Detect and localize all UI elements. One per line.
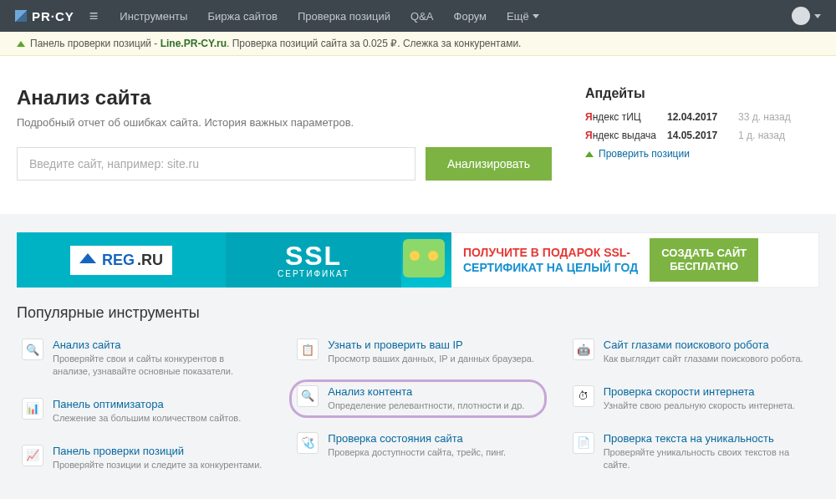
updates-panel: Апдейты Яндекс тИЦ12.04.201733 д. назадЯ… [585,86,819,181]
tool-item[interactable]: 🤖Сайт глазами поискового роботаКак выгля… [568,335,819,369]
tool-desc: Слежение за большим количеством сайтов. [53,412,263,425]
alert-link[interactable]: Line.PR-CY.ru [161,38,227,49]
tool-icon: 📊 [22,398,43,420]
tool-desc: Как выглядит сайт глазами поискового роб… [604,353,814,365]
tool-title: Панель оптимизатора [53,398,263,410]
tool-icon: 📈 [22,445,43,466]
site-input[interactable] [17,147,415,181]
tool-item[interactable]: 📄Проверка текста на уникальностьПроверяй… [568,429,819,475]
triangle-up-icon [585,151,594,157]
tool-grid: 🔍Анализ сайтаПроверяйте свои и сайты кон… [0,335,836,474]
tool-item[interactable]: 📋Узнать и проверить ваш IPПросмотр ваших… [292,335,543,369]
ad-banner[interactable]: REG.RU SSL СЕРТИФИКАТ ПОЛУЧИТЕ В ПОДАРОК… [17,232,819,288]
tool-title: Анализ сайта [53,339,263,351]
tool-icon: 🩺 [297,432,319,454]
user-menu[interactable] [792,7,821,25]
tool-title: Проверка текста на уникальность [604,432,814,445]
tool-desc: Определение релевантности, плотности и д… [328,400,538,412]
tool-desc: Проверка доступности сайта, трейс, пинг. [328,446,538,459]
alert-text: Панель проверки позиций - Line.PR-CY.ru.… [30,38,521,49]
check-positions-link[interactable]: Проверить позиции [585,148,819,160]
hero: Анализ сайта Подробный отчет об ошибках … [17,86,552,181]
tool-icon: 🔍 [297,385,319,407]
avatar-icon [792,7,810,25]
banner-cta[interactable]: СОЗДАТЬ САЙТ БЕСПЛАТНО [650,238,758,283]
tool-item[interactable]: 🔍Анализ контентаОпределение релевантност… [292,382,543,415]
tool-title: Сайт глазами поискового робота [604,339,814,351]
update-row: Яндекс тИЦ12.04.201733 д. назад [585,111,819,123]
tool-desc: Узнайте свою реальную скорость интернета… [604,400,814,412]
tool-desc: Проверяйте свои и сайты конкурентов в ан… [53,353,263,378]
updates-title: Апдейты [585,86,819,101]
tool-item[interactable]: 🔍Анализ сайтаПроверяйте свои и сайты кон… [17,335,268,381]
navbar: PR·CY ≡ ИнструментыБиржа сайтовПроверка … [0,0,836,32]
analyze-button[interactable]: Анализировать [426,147,552,181]
tool-title: Проверка состояния сайта [328,432,538,445]
house-icon [79,253,96,263]
alert-bar: Панель проверки позиций - Line.PR-CY.ru.… [0,32,836,56]
tool-icon: 🤖 [573,339,594,360]
tool-title: Анализ контента [328,385,538,398]
tool-icon: 📋 [297,339,319,360]
triangle-up-icon [17,41,25,47]
tool-item[interactable]: ⏱Проверка скорости интернетаУзнайте свою… [568,382,819,415]
chevron-down-icon [533,14,539,18]
tool-title: Панель проверки позиций [53,445,263,457]
nav-item[interactable]: Q&A [410,10,433,23]
robot-icon [403,239,445,277]
nav-item[interactable]: Биржа сайтов [207,10,278,23]
tool-desc: Проверяйте уникальность своих текстов на… [604,446,814,471]
tool-icon: ⏱ [573,385,594,407]
nav-item[interactable]: Проверка позиций [298,10,390,23]
logo-icon [15,10,27,22]
nav-item[interactable]: Форум [454,10,487,23]
nav-item[interactable]: Инструменты [120,10,187,23]
popular-tools-title: Популярные инструменты [17,304,819,322]
hamburger-icon[interactable]: ≡ [89,8,99,25]
tool-item[interactable]: 🩺Проверка состояния сайтаПроверка доступ… [292,429,543,462]
banner-robot [401,232,451,288]
nav-more[interactable]: Ещё [507,10,539,23]
tool-icon: 🔍 [22,339,43,360]
page-title: Анализ сайта [17,86,552,109]
tool-title: Проверка скорости интернета [604,385,814,398]
brand-text: PR·CY [32,9,74,23]
banner-reg: REG.RU [17,232,226,288]
tool-title: Узнать и проверить ваш IP [328,339,538,351]
tool-item[interactable]: 📈Панель проверки позицийПроверяйте позиц… [17,441,268,475]
update-row: Яндекс выдача14.05.20171 д. назад [585,130,819,141]
nav-links: ИнструментыБиржа сайтовПроверка позицийQ… [120,10,538,23]
page-subtitle: Подробный отчет об ошибках сайта. Истори… [17,116,552,129]
tool-icon: 📄 [573,432,594,454]
tool-item[interactable]: 📊Панель оптимизатораСлежение за большим … [17,395,268,428]
tool-desc: Проверяйте позиции и следите за конкурен… [53,459,263,471]
banner-ssl: SSL СЕРТИФИКАТ [226,232,401,288]
banner-text: ПОЛУЧИТЕ В ПОДАРОК SSL- СЕРТИФИКАТ НА ЦЕ… [463,245,638,275]
tool-desc: Просмотр ваших данных, IP и данных брауз… [328,353,538,365]
logo[interactable]: PR·CY [15,9,74,23]
chevron-down-icon [814,14,821,18]
